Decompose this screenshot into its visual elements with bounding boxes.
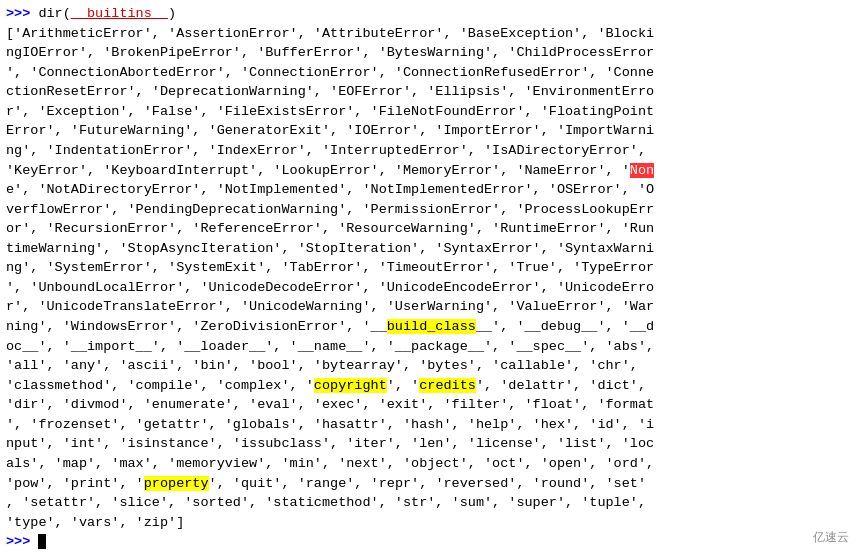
command-text: dir(__builtins__) (38, 6, 176, 21)
terminal-window: >>> dir(__builtins__) ['ArithmeticError'… (0, 0, 859, 554)
final-prompt-symbol: >>> (6, 534, 38, 549)
final-prompt-line: >>> (6, 532, 853, 552)
output-text: ['ArithmeticError', 'AssertionError', 'A… (6, 24, 853, 533)
cursor (38, 534, 46, 549)
prompt-symbol: >>> (6, 6, 38, 21)
command-line: >>> dir(__builtins__) (6, 4, 853, 24)
watermark: 亿速云 (813, 529, 849, 546)
